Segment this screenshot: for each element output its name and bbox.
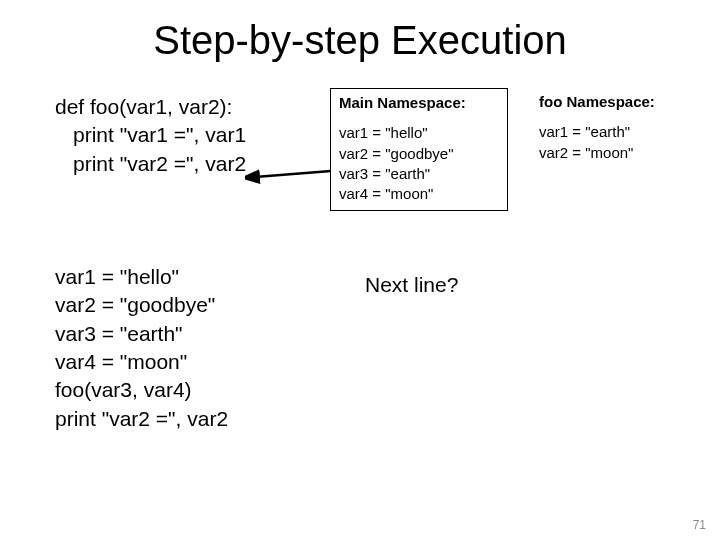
- namespace-title: foo Namespace:: [539, 92, 681, 112]
- namespace-var: var1 = "earth": [539, 122, 681, 142]
- svg-line-0: [255, 171, 331, 177]
- slide-content: def foo(var1, var2): print "var1 =", var…: [0, 63, 720, 523]
- namespace-var: var1 = "hello": [339, 123, 499, 143]
- code-line: foo(var3, var4): [55, 376, 228, 404]
- code-line: print "var2 =", var2: [55, 150, 246, 178]
- slide-title: Step-by-step Execution: [0, 18, 720, 63]
- next-line-label: Next line?: [365, 273, 458, 297]
- code-block-main: var1 = "hello" var2 = "goodbye" var3 = "…: [55, 263, 228, 433]
- code-line: var4 = "moon": [55, 348, 228, 376]
- arrow-icon: [245, 167, 335, 197]
- code-line: def foo(var1, var2):: [55, 93, 246, 121]
- namespace-var: var3 = "earth": [339, 164, 499, 184]
- namespace-var: var4 = "moon": [339, 184, 499, 204]
- page-number: 71: [693, 518, 706, 532]
- main-namespace-box: Main Namespace: var1 = "hello" var2 = "g…: [330, 88, 508, 211]
- code-line: var2 = "goodbye": [55, 291, 228, 319]
- code-block-function-def: def foo(var1, var2): print "var1 =", var…: [55, 93, 246, 178]
- namespace-var: var2 = "moon": [539, 143, 681, 163]
- namespace-title: Main Namespace:: [339, 93, 499, 113]
- code-line: print "var1 =", var1: [55, 121, 246, 149]
- code-line: var3 = "earth": [55, 320, 228, 348]
- code-line: print "var2 =", var2: [55, 405, 228, 433]
- code-line: var1 = "hello": [55, 263, 228, 291]
- namespace-var: var2 = "goodbye": [339, 144, 499, 164]
- foo-namespace-box: foo Namespace: var1 = "earth" var2 = "mo…: [535, 88, 685, 169]
